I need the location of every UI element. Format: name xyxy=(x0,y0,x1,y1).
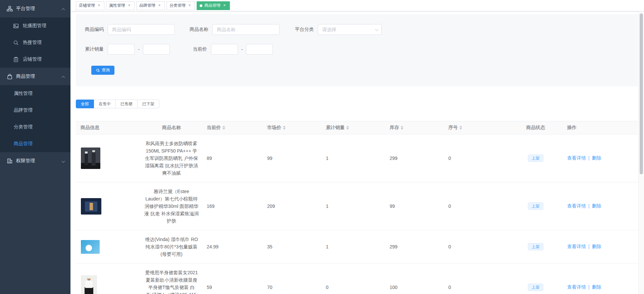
delete-link[interactable]: 删除 xyxy=(592,284,601,290)
col-seq-sort[interactable]: 序号 xyxy=(445,125,509,131)
status-filter-group: 全部 在售中 已售罄 已下架 xyxy=(76,100,159,108)
action-divider: | xyxy=(588,244,590,249)
col-total-sales-sort[interactable]: 累计销量 xyxy=(323,125,386,131)
seq: 0 xyxy=(445,285,509,290)
current-price-max-input[interactable] xyxy=(246,44,273,55)
building-icon xyxy=(7,158,13,164)
total-sales: 1 xyxy=(323,244,386,249)
sidebar-item-shop[interactable]: 店铺管理 xyxy=(0,51,70,68)
table-row: 雅诗兰黛（Estee Lauder）第七代小棕瓶特润修护精华30ml 面部精华液… xyxy=(76,182,638,230)
product-code-input[interactable] xyxy=(108,24,175,35)
sort-carets-icon[interactable] xyxy=(401,126,403,130)
sidebar-item-carousel[interactable]: 轮播图管理 xyxy=(0,17,70,34)
product-image xyxy=(81,148,100,169)
total-sales-label: 累计销量 xyxy=(85,46,104,52)
total-sales: 1 xyxy=(323,203,386,209)
tab-attribute-manage[interactable]: 属性管理 × xyxy=(106,1,135,10)
sidebar-item-category[interactable]: 分类管理 xyxy=(0,119,70,135)
tab-brand-manage[interactable]: 品牌管理 × xyxy=(136,1,165,10)
chevron-down-icon xyxy=(62,159,65,163)
sort-carets-icon[interactable] xyxy=(222,126,225,130)
platform-category-label: 平台分类 xyxy=(295,26,314,33)
status-badge: 上架 xyxy=(528,284,543,291)
status-tab-on-sale[interactable]: 在售中 xyxy=(94,100,116,108)
org-tree-icon xyxy=(7,6,13,12)
tab-category-manage[interactable]: 分类管理 × xyxy=(166,1,195,10)
sidebar-item-label: 热搜管理 xyxy=(23,40,42,46)
product-name: 和风雨男士多效防晒喷雾 150ML SPF50 PA+++ 学生军训防黑防晒乳 … xyxy=(140,140,203,177)
product-name-input[interactable] xyxy=(212,24,280,35)
col-current-price-sort[interactable]: 当前价 xyxy=(203,125,264,131)
product-name: 雅诗兰黛（Estee Lauder）第七代小棕瓶特润修护精华30ml 面部精华液… xyxy=(140,188,203,225)
product-image xyxy=(81,198,101,215)
sidebar-item-label: 店铺管理 xyxy=(23,56,42,62)
market-price: 70 xyxy=(264,285,323,290)
total-sales-min-input[interactable] xyxy=(108,44,135,55)
status-tab-off-shelf[interactable]: 已下架 xyxy=(137,100,159,108)
sidebar-group-platform[interactable]: 平台管理 xyxy=(0,0,70,17)
col-status: 商品状态 xyxy=(509,125,562,131)
close-icon[interactable]: × xyxy=(222,3,227,8)
current-price-min-input[interactable] xyxy=(211,44,238,55)
vertical-scrollbar[interactable] xyxy=(638,11,644,294)
view-detail-link[interactable]: 查看详情 xyxy=(567,284,586,290)
stock: 299 xyxy=(386,244,445,249)
sidebar-item-attribute[interactable]: 属性管理 xyxy=(0,85,70,102)
product-image xyxy=(81,240,100,254)
action-divider: | xyxy=(588,155,590,161)
status-tab-sold-out[interactable]: 已售罄 xyxy=(115,100,138,108)
tags-bar: 店铺管理 × 属性管理 × 品牌管理 × 分类管理 × 商品管理 × xyxy=(70,0,644,11)
col-stock-sort[interactable]: 库存 xyxy=(386,125,445,131)
close-icon[interactable]: × xyxy=(127,3,132,8)
tab-label: 分类管理 xyxy=(169,3,186,8)
search-button[interactable]: 查询 xyxy=(91,66,114,75)
total-sales-max-input[interactable] xyxy=(143,44,170,55)
close-icon[interactable]: × xyxy=(157,3,162,8)
table-row: 维达(Vinda) 湿巾纸巾 RO纯水湿巾80片*3包量贩装 (母婴可用) 24… xyxy=(76,230,638,263)
status-badge: 上架 xyxy=(528,155,543,162)
tab-product-manage[interactable]: 商品管理 × xyxy=(197,1,230,10)
sidebar-group-product[interactable]: 商品管理 xyxy=(0,68,70,85)
product-code-label: 商品编码 xyxy=(85,26,104,33)
active-dot-icon xyxy=(200,4,202,7)
close-icon[interactable]: × xyxy=(187,3,192,8)
submenu-platform: 轮播图管理 热搜管理 店铺管理 xyxy=(0,17,70,68)
delete-link[interactable]: 删除 xyxy=(592,203,601,209)
delete-link[interactable]: 删除 xyxy=(592,244,601,249)
sort-carets-icon[interactable] xyxy=(283,126,286,130)
col-market-price-sort[interactable]: 市场价 xyxy=(264,125,323,131)
status-badge: 上架 xyxy=(528,202,543,210)
filter-form: 商品编码 商品名称 平台分类 累计销量 - 当前价 - xyxy=(76,14,638,86)
sidebar-group-permission[interactable]: 权限管理 xyxy=(0,152,70,170)
status-tab-all[interactable]: 全部 xyxy=(76,100,94,108)
sidebar-item-label: 属性管理 xyxy=(14,91,33,97)
sidebar-item-product-manage-active[interactable]: 商品管理 xyxy=(0,135,70,152)
platform-category-select-input[interactable] xyxy=(318,24,382,35)
view-detail-link[interactable]: 查看详情 xyxy=(567,155,586,161)
col-product-name: 商品名称 xyxy=(140,125,203,131)
search-icon xyxy=(96,68,100,72)
market-price: 99 xyxy=(264,156,323,161)
view-detail-link[interactable]: 查看详情 xyxy=(567,203,586,209)
sort-carets-icon[interactable] xyxy=(459,126,462,130)
tab-shop-manage[interactable]: 店铺管理 × xyxy=(76,1,104,10)
view-detail-link[interactable]: 查看详情 xyxy=(567,244,586,249)
seq: 0 xyxy=(445,244,509,249)
sidebar-item-label: 分类管理 xyxy=(14,124,33,130)
sidebar-item-label: 品牌管理 xyxy=(14,107,33,113)
range-separator: - xyxy=(241,47,243,52)
delete-link[interactable]: 删除 xyxy=(592,155,601,161)
sidebar-group-label: 商品管理 xyxy=(16,73,35,79)
sidebar-item-brand[interactable]: 品牌管理 xyxy=(0,102,70,119)
tab-label: 店铺管理 xyxy=(79,3,95,8)
sort-carets-icon[interactable] xyxy=(346,126,349,130)
scrollbar-thumb[interactable] xyxy=(640,13,643,174)
col-actions: 操作 xyxy=(562,125,638,131)
product-name: 维达(Vinda) 湿巾纸巾 RO纯水湿巾80片*3包量贩装 (母婴可用) xyxy=(140,236,203,258)
sidebar-item-hot-search[interactable]: 热搜管理 xyxy=(0,34,70,51)
platform-category-select[interactable] xyxy=(318,24,382,35)
close-icon[interactable]: × xyxy=(97,3,101,8)
action-divider: | xyxy=(588,203,590,209)
current-price: 169 xyxy=(203,203,264,209)
stock: 299 xyxy=(386,156,445,161)
